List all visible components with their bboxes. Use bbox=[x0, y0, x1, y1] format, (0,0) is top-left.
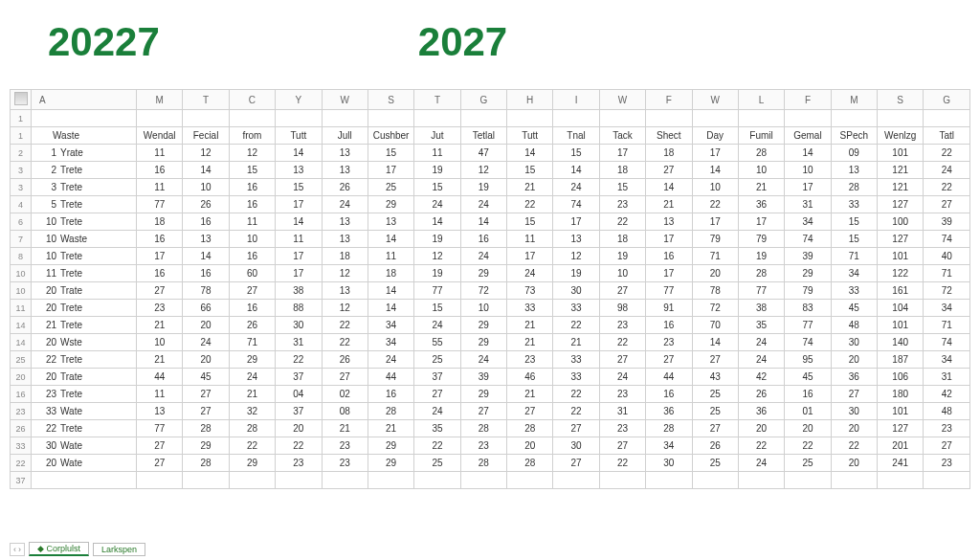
cell[interactable] bbox=[414, 472, 460, 489]
cell[interactable]: 23 bbox=[460, 437, 506, 455]
cell[interactable]: 17 bbox=[137, 248, 183, 265]
cell[interactable]: 27 bbox=[599, 282, 645, 300]
cell[interactable] bbox=[322, 472, 368, 489]
row-label[interactable]: 20Trate bbox=[32, 282, 137, 300]
cell[interactable]: 33 bbox=[831, 196, 877, 213]
column-label[interactable]: SPech bbox=[831, 127, 877, 145]
cell[interactable]: 44 bbox=[137, 369, 183, 386]
cell[interactable]: 74 bbox=[924, 231, 970, 248]
cell[interactable]: 15 bbox=[553, 145, 599, 162]
cell[interactable]: 15 bbox=[599, 179, 645, 196]
cell[interactable]: 25 bbox=[785, 455, 831, 472]
cell[interactable]: 43 bbox=[692, 369, 738, 386]
cell[interactable]: 14 bbox=[368, 282, 413, 300]
cell[interactable]: 16 bbox=[229, 248, 275, 265]
row-number[interactable]: 3 bbox=[11, 179, 32, 196]
cell[interactable]: 30 bbox=[831, 334, 877, 351]
cell[interactable]: 79 bbox=[738, 231, 784, 248]
cell[interactable] bbox=[831, 110, 877, 127]
cell[interactable] bbox=[646, 472, 692, 489]
cell[interactable]: 21 bbox=[507, 334, 553, 351]
cell[interactable]: 12 bbox=[322, 300, 368, 317]
cell[interactable]: 101 bbox=[878, 145, 924, 162]
cell[interactable]: 35 bbox=[738, 317, 784, 334]
cell[interactable]: 34 bbox=[646, 437, 692, 455]
cell[interactable]: 22 bbox=[924, 145, 970, 162]
cell[interactable] bbox=[229, 110, 275, 127]
cell[interactable]: 12 bbox=[229, 145, 275, 162]
cell[interactable]: 19 bbox=[599, 248, 645, 265]
cell[interactable]: 20 bbox=[183, 351, 229, 369]
cell[interactable]: 26 bbox=[183, 196, 229, 213]
cell[interactable]: 45 bbox=[831, 300, 877, 317]
cell[interactable]: 22 bbox=[553, 403, 599, 420]
cell[interactable]: 42 bbox=[924, 386, 970, 403]
cell[interactable]: 23 bbox=[599, 317, 645, 334]
cell[interactable]: 34 bbox=[368, 334, 413, 351]
cell[interactable]: 28 bbox=[368, 403, 413, 420]
column-header[interactable]: S bbox=[368, 90, 413, 110]
cell[interactable]: 38 bbox=[738, 300, 784, 317]
row-number[interactable]: 8 bbox=[11, 248, 32, 265]
cell[interactable] bbox=[460, 110, 506, 127]
cell[interactable]: 45 bbox=[183, 369, 229, 386]
cell[interactable] bbox=[368, 472, 413, 489]
row-number[interactable]: 10 bbox=[11, 265, 32, 282]
cell[interactable]: 22 bbox=[831, 437, 877, 455]
cell[interactable] bbox=[878, 110, 924, 127]
cell[interactable]: 21 bbox=[137, 351, 183, 369]
cell[interactable] bbox=[507, 110, 553, 127]
cell[interactable]: 19 bbox=[738, 248, 784, 265]
cell[interactable]: 25 bbox=[414, 455, 460, 472]
cell[interactable]: 29 bbox=[460, 386, 506, 403]
column-label[interactable]: Tutt bbox=[507, 127, 553, 145]
cell[interactable]: 104 bbox=[878, 300, 924, 317]
cell[interactable]: 55 bbox=[414, 334, 460, 351]
row-number[interactable]: 14 bbox=[11, 334, 32, 351]
cell[interactable]: 17 bbox=[507, 248, 553, 265]
row-label[interactable]: 11Trete bbox=[32, 265, 137, 282]
cell[interactable]: 16 bbox=[183, 265, 229, 282]
cell[interactable]: 20 bbox=[831, 455, 877, 472]
cell[interactable]: 27 bbox=[322, 369, 368, 386]
cell[interactable]: 27 bbox=[137, 282, 183, 300]
row-number[interactable]: 23 bbox=[11, 403, 32, 420]
cell[interactable]: 17 bbox=[276, 248, 322, 265]
cell[interactable]: 15 bbox=[507, 213, 553, 231]
nav-prev-icon[interactable]: ‹ bbox=[13, 545, 16, 554]
cell[interactable]: 29 bbox=[368, 196, 413, 213]
cell[interactable]: 122 bbox=[878, 265, 924, 282]
cell[interactable]: 31 bbox=[276, 334, 322, 351]
cell[interactable] bbox=[322, 110, 368, 127]
cell[interactable]: 24 bbox=[460, 351, 506, 369]
cell[interactable]: 31 bbox=[785, 196, 831, 213]
cell[interactable] bbox=[692, 472, 738, 489]
row-label[interactable]: 20Trete bbox=[32, 300, 137, 317]
cell[interactable]: 10 bbox=[137, 334, 183, 351]
cell[interactable]: 28 bbox=[738, 265, 784, 282]
cell[interactable]: 27 bbox=[229, 282, 275, 300]
cell[interactable]: 21 bbox=[738, 179, 784, 196]
column-label[interactable]: Gemal bbox=[785, 127, 831, 145]
cell[interactable]: 21 bbox=[553, 334, 599, 351]
row-number[interactable]: 10 bbox=[11, 282, 32, 300]
row-number[interactable]: 1 bbox=[11, 110, 32, 127]
cell[interactable]: 47 bbox=[460, 145, 506, 162]
cell[interactable]: 31 bbox=[599, 403, 645, 420]
column-header[interactable]: G bbox=[460, 90, 506, 110]
column-header[interactable]: F bbox=[646, 90, 692, 110]
column-label[interactable]: Tutt bbox=[276, 127, 322, 145]
cell[interactable]: 11 bbox=[137, 386, 183, 403]
row-label[interactable]: 10Waste bbox=[32, 231, 137, 248]
cell[interactable]: 13 bbox=[322, 282, 368, 300]
cell[interactable]: 29 bbox=[368, 455, 413, 472]
row-label[interactable]: 20Wste bbox=[32, 334, 137, 351]
cell[interactable]: 14 bbox=[553, 162, 599, 179]
cell[interactable]: 34 bbox=[924, 300, 970, 317]
column-header[interactable]: H bbox=[507, 90, 553, 110]
cell[interactable]: 19 bbox=[414, 265, 460, 282]
column-label[interactable]: Jull bbox=[322, 127, 368, 145]
cell[interactable]: 20 bbox=[831, 420, 877, 437]
cell[interactable]: 201 bbox=[878, 437, 924, 455]
cell[interactable] bbox=[878, 472, 924, 489]
